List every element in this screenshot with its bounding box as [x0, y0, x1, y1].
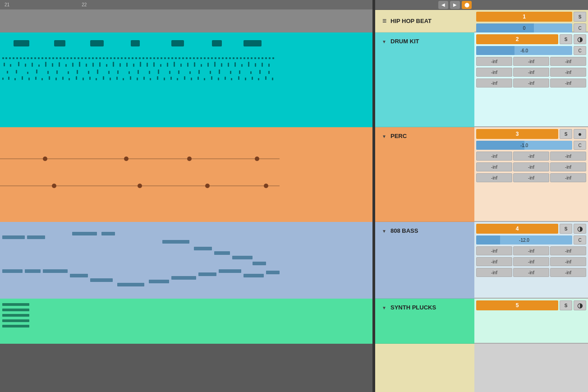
svg-rect-132: [169, 71, 170, 74]
svg-rect-96: [140, 62, 141, 67]
send-4a-2[interactable]: -inf: [513, 246, 549, 255]
send-4c-1[interactable]: -inf: [476, 268, 512, 277]
send-3b-3[interactable]: -inf: [550, 162, 586, 171]
send-4b-3[interactable]: -inf: [550, 257, 586, 266]
channel-btn-2[interactable]: C: [574, 46, 586, 55]
icon-btn-4[interactable]: ◑: [574, 224, 586, 234]
send-4a-3[interactable]: -inf: [550, 246, 586, 255]
send-2a-3[interactable]: -inf: [550, 57, 586, 66]
channel-number-1[interactable]: 1: [476, 12, 572, 22]
svg-rect-9: [34, 57, 36, 59]
send-2c-3[interactable]: -inf: [550, 78, 586, 88]
synth-collapse-icon[interactable]: ▼: [381, 304, 388, 311]
svg-rect-72: [262, 57, 263, 59]
send-2b-3[interactable]: -inf: [550, 68, 586, 77]
send-3c-2[interactable]: -inf: [513, 173, 549, 182]
solo-btn-2[interactable]: S: [560, 34, 572, 44]
svg-rect-146: [22, 76, 23, 80]
send-3b-2[interactable]: -inf: [513, 162, 549, 171]
svg-rect-2: [9, 57, 11, 59]
volume-fader-3[interactable]: -1.0: [476, 141, 572, 150]
svg-rect-105: [201, 64, 202, 67]
channel-btn-1[interactable]: C: [574, 23, 586, 32]
solo-btn-4[interactable]: S: [560, 224, 572, 234]
send-2c-1[interactable]: -inf: [476, 78, 512, 88]
volume-fader-4[interactable]: -12.0: [476, 235, 572, 244]
svg-rect-218: [2, 319, 29, 322]
svg-rect-168: [170, 77, 172, 80]
svg-rect-37: [135, 57, 137, 59]
send-2a-1[interactable]: -inf: [476, 57, 512, 66]
channel-number-4[interactable]: 4: [476, 224, 558, 234]
svg-rect-163: [137, 78, 138, 80]
clip-perc[interactable]: [0, 127, 372, 222]
solo-btn-5[interactable]: S: [560, 300, 572, 310]
bass-collapse-icon[interactable]: ▼: [381, 227, 388, 235]
svg-rect-181: [258, 78, 259, 80]
svg-point-185: [43, 157, 47, 161]
volume-fader-2[interactable]: -6.0: [476, 46, 572, 55]
svg-rect-159: [110, 78, 111, 80]
svg-rect-12: [45, 57, 47, 59]
drum-kit-collapse-icon[interactable]: ▼: [381, 38, 388, 45]
channel-number-5[interactable]: 5: [476, 300, 558, 310]
send-2b-1[interactable]: -inf: [476, 68, 512, 77]
clip-drum-kit[interactable]: [0, 32, 372, 127]
svg-rect-150: [49, 76, 50, 80]
send-2b-2[interactable]: -inf: [513, 68, 549, 77]
solo-btn-1[interactable]: S: [574, 12, 586, 22]
channel-synth-plucks: 5 S ◑: [474, 299, 588, 344]
channel-btn-4[interactable]: C: [574, 235, 586, 244]
send-3c-3[interactable]: -inf: [550, 173, 586, 182]
sends-grid-4a: -inf -inf -inf: [474, 245, 588, 256]
nav-back-btn[interactable]: ◀: [438, 1, 448, 9]
clip-bass-808[interactable]: [0, 222, 372, 299]
svg-rect-81: [38, 65, 40, 67]
send-4c-2[interactable]: -inf: [513, 268, 549, 277]
perc-collapse-icon[interactable]: ▼: [381, 133, 388, 140]
svg-rect-195: [27, 235, 45, 239]
svg-rect-43: [157, 57, 159, 59]
send-2c-2[interactable]: -inf: [513, 78, 549, 88]
svg-rect-210: [171, 276, 196, 280]
svg-rect-149: [41, 78, 43, 80]
volume-fader-1[interactable]: 0: [476, 23, 572, 32]
send-3a-2[interactable]: -inf: [513, 152, 549, 161]
svg-rect-155: [83, 78, 84, 80]
svg-rect-125: [97, 69, 98, 74]
channel-number-2[interactable]: 2: [476, 34, 558, 44]
channel-number-3[interactable]: 3: [476, 129, 558, 139]
send-3a-1[interactable]: -inf: [476, 152, 512, 161]
nav-forward-btn[interactable]: ▶: [450, 1, 460, 9]
svg-rect-14: [52, 57, 54, 59]
send-3b-1[interactable]: -inf: [476, 162, 512, 171]
svg-rect-202: [253, 262, 266, 265]
send-3c-1[interactable]: -inf: [476, 173, 512, 182]
svg-rect-106: [207, 63, 209, 67]
svg-rect-53: [193, 57, 195, 59]
send-2a-2[interactable]: -inf: [513, 57, 549, 66]
clip-hip-hop[interactable]: [0, 10, 372, 32]
send-3a-3[interactable]: -inf: [550, 152, 586, 161]
send-4c-3[interactable]: -inf: [550, 268, 586, 277]
svg-rect-94: [126, 63, 128, 67]
send-4b-1[interactable]: -inf: [476, 257, 512, 266]
send-4b-2[interactable]: -inf: [513, 257, 549, 266]
channel-btn-3[interactable]: C: [574, 141, 586, 150]
svg-point-188: [255, 157, 259, 161]
mixer-panel: 1 S 0 C -inf -inf -inf 2 S ◑: [474, 0, 588, 392]
icon-btn-3[interactable]: ●: [574, 129, 586, 139]
drum-kit-name: DRUM KIT: [390, 38, 419, 45]
hip-hop-collapse-icon[interactable]: ☰: [381, 18, 388, 25]
send-4a-1[interactable]: -inf: [476, 246, 512, 255]
svg-rect-29: [106, 57, 108, 59]
icon-btn-2[interactable]: ◑: [574, 34, 586, 44]
svg-rect-79: [25, 64, 26, 67]
svg-point-187: [187, 157, 192, 161]
clip-synth-plucks[interactable]: [0, 299, 372, 344]
solo-btn-3[interactable]: S: [560, 129, 572, 139]
record-btn[interactable]: ⬤: [462, 1, 472, 9]
icon-btn-5[interactable]: ◑: [574, 300, 586, 310]
svg-rect-200: [214, 251, 230, 255]
svg-rect-17: [63, 57, 65, 59]
